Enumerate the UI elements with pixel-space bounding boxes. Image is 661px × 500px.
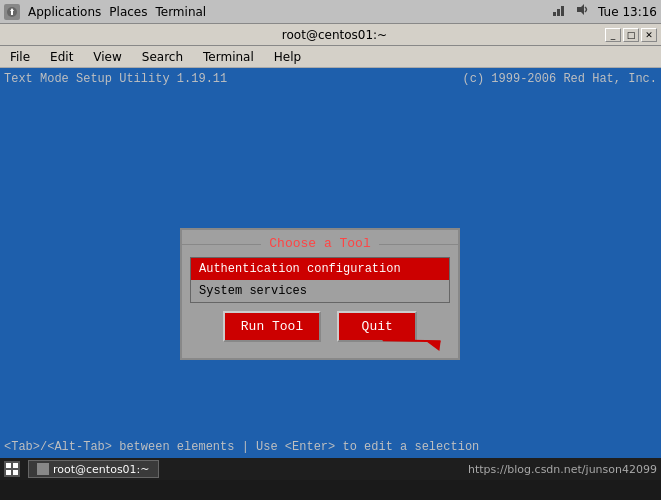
clock: Tue 13:16 xyxy=(598,5,657,19)
taskbar-app-icon xyxy=(37,463,49,475)
system-services-item[interactable]: System services xyxy=(191,280,449,302)
svg-marker-6 xyxy=(577,4,584,15)
close-button[interactable]: ✕ xyxy=(641,28,657,42)
window-controls: _ □ ✕ xyxy=(605,28,657,42)
search-menu[interactable]: Search xyxy=(136,48,189,66)
view-menu[interactable]: View xyxy=(87,48,127,66)
svg-rect-11 xyxy=(6,470,11,475)
taskbar-app-item[interactable]: root@centos01:~ xyxy=(28,460,159,478)
menu-bar: File Edit View Search Terminal Help xyxy=(0,46,661,68)
dialog-title-text: Choose a Tool xyxy=(261,236,378,251)
minimize-button[interactable]: _ xyxy=(605,28,621,42)
terminal-app-menu[interactable]: Terminal xyxy=(197,48,260,66)
svg-rect-5 xyxy=(561,6,564,16)
help-menu[interactable]: Help xyxy=(268,48,307,66)
status-right: (c) 1999-2006 Red Hat, Inc. xyxy=(463,72,657,86)
maximize-button[interactable]: □ xyxy=(623,28,639,42)
hint-text: <Tab>/<Alt-Tab> between elements | Use <… xyxy=(4,440,479,454)
system-bar: Applications Places Terminal Tue 13:16 xyxy=(0,0,661,24)
terminal-area: Text Mode Setup Utility 1.19.11 (c) 1999… xyxy=(0,68,661,458)
taskbar-app-label: root@centos01:~ xyxy=(53,463,150,476)
places-menu[interactable]: Places xyxy=(109,5,147,19)
run-tool-button[interactable]: Run Tool xyxy=(223,311,321,342)
apps-icon xyxy=(4,4,20,20)
svg-rect-10 xyxy=(13,463,18,468)
title-bar: root@centos01:~ _ □ ✕ xyxy=(0,24,661,46)
network-icon xyxy=(550,2,566,21)
dialog-title-bar: Choose a Tool xyxy=(182,230,458,257)
svg-rect-3 xyxy=(553,12,556,16)
hint-line: <Tab>/<Alt-Tab> between elements | Use <… xyxy=(4,440,657,454)
volume-icon xyxy=(574,2,590,21)
system-bar-right: Tue 13:16 xyxy=(550,2,657,21)
start-icon[interactable] xyxy=(4,461,20,477)
auth-config-item[interactable]: Authentication configuration xyxy=(191,258,449,280)
system-bar-apps: Applications Places Terminal xyxy=(4,4,206,20)
dialog-list[interactable]: Authentication configuration System serv… xyxy=(190,257,450,303)
edit-menu[interactable]: Edit xyxy=(44,48,79,66)
terminal-menu[interactable]: Terminal xyxy=(155,5,206,19)
svg-rect-9 xyxy=(6,463,11,468)
status-left: Text Mode Setup Utility 1.19.11 xyxy=(4,72,227,86)
applications-menu[interactable]: Applications xyxy=(28,5,101,19)
file-menu[interactable]: File xyxy=(4,48,36,66)
status-line: Text Mode Setup Utility 1.19.11 (c) 1999… xyxy=(4,72,657,86)
taskbar: root@centos01:~ https://blog.csdn.net/ju… xyxy=(0,458,661,480)
svg-rect-2 xyxy=(11,11,13,15)
svg-marker-8 xyxy=(427,336,444,354)
taskbar-url: https://blog.csdn.net/junson42099 xyxy=(468,463,657,476)
svg-rect-4 xyxy=(557,9,560,16)
svg-rect-12 xyxy=(13,470,18,475)
window-title: root@centos01:~ xyxy=(64,28,605,42)
